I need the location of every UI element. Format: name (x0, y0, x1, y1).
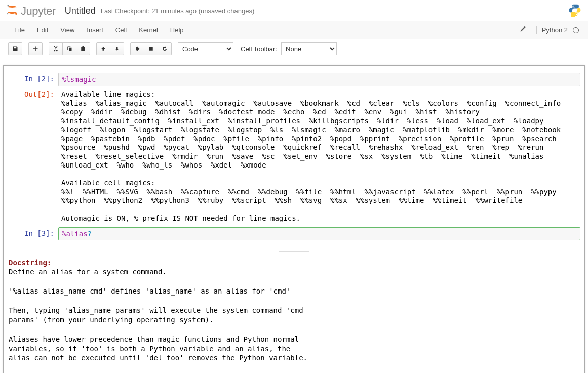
kernel-idle-icon (573, 27, 579, 33)
cell-area: In [2]: %lsmagic Out[2]: Available line … (4, 66, 584, 250)
out-prompt: Out[2]: (8, 88, 58, 225)
paste-button[interactable] (76, 42, 90, 55)
pager[interactable]: Docstring: Define an alias for a system … (4, 253, 584, 374)
kernel-status: Python 2 (519, 26, 588, 34)
menu-file[interactable]: File (8, 23, 31, 37)
menu-kernel[interactable]: Kernel (133, 23, 164, 37)
code-q: ? (88, 230, 92, 238)
notebook-area: In [2]: %lsmagic Out[2]: Available line … (0, 58, 588, 373)
restart-button[interactable] (158, 42, 172, 55)
move-up-button[interactable] (96, 42, 110, 55)
header-bar: Jupyter Untitled Last Checkpoint: 21 min… (0, 0, 588, 21)
notebook-title[interactable]: Untitled (65, 6, 96, 16)
edit-mode-icon (519, 26, 526, 34)
notebook-container: In [2]: %lsmagic Out[2]: Available line … (3, 65, 585, 373)
svg-point-2 (7, 13, 9, 14)
kernel-name: Python 2 (542, 26, 568, 34)
code-cell-active[interactable]: In [3]: %alias? (8, 227, 580, 240)
cell-type-select[interactable]: Code (178, 42, 233, 55)
insert-cell-button[interactable] (28, 42, 43, 55)
logo-icon (6, 4, 18, 19)
svg-point-0 (7, 5, 9, 6)
toolbar: Code Cell Toolbar: None (0, 39, 588, 58)
input-area[interactable]: %alias? (58, 227, 580, 240)
checkpoint-text: Last Checkpoint: 21 minutes ago (unsaved… (101, 7, 255, 15)
menu-insert[interactable]: Insert (81, 23, 109, 37)
code-magic: %alias (62, 230, 88, 238)
input-area[interactable]: %lsmagic (58, 73, 580, 86)
svg-rect-3 (149, 47, 153, 51)
menu-help[interactable]: Help (164, 23, 190, 37)
menu-view[interactable]: View (54, 23, 81, 37)
copy-button[interactable] (62, 42, 76, 55)
pager-body: Define an alias for a system command. '%… (9, 268, 307, 373)
cut-button[interactable] (49, 42, 63, 55)
output-area: Available line magics: %alias %alias_mag… (58, 88, 580, 225)
cell-toolbar-select[interactable]: None (281, 42, 337, 55)
menu-cell[interactable]: Cell (109, 23, 133, 37)
interrupt-button[interactable] (144, 42, 158, 55)
menu-edit[interactable]: Edit (31, 23, 54, 37)
jupyter-logo[interactable]: Jupyter (6, 4, 56, 19)
pager-heading: Docstring: (9, 259, 51, 267)
cell-toolbar-label: Cell Toolbar: (241, 45, 277, 53)
run-button[interactable] (130, 42, 144, 55)
python-icon (568, 3, 582, 19)
save-button[interactable] (8, 42, 22, 55)
code-cell[interactable]: In [2]: %lsmagic (8, 73, 580, 86)
unsaved-text: (unsaved changes) (199, 7, 255, 15)
logo-text: Jupyter (21, 5, 56, 18)
checkpoint-time: Last Checkpoint: 21 minutes ago (101, 7, 197, 15)
svg-point-1 (15, 13, 17, 15)
divider (536, 26, 537, 34)
code-content: %lsmagic (62, 75, 96, 84)
in-prompt: In [2]: (8, 73, 58, 86)
in-prompt: In [3]: (8, 227, 58, 240)
output-row: Out[2]: Available line magics: %alias %a… (8, 88, 580, 225)
menubar: File Edit View Insert Cell Kernel Help P… (0, 21, 588, 39)
move-down-button[interactable] (110, 42, 124, 55)
